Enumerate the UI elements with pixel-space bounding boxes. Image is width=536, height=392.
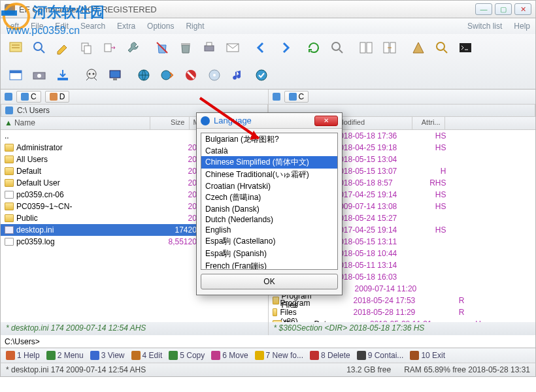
language-item[interactable]: Danish (Dansk) [201, 204, 337, 214]
fn-button[interactable]: 7 New fo... [255, 351, 303, 360]
col-name[interactable]: Name [14, 118, 35, 127]
fn-button[interactable]: 6 Move [211, 351, 248, 360]
tool-music-icon[interactable] [227, 64, 249, 86]
dialog-close-button[interactable]: ✕ [314, 116, 338, 126]
drive-bar: C D C [0, 90, 536, 104]
language-item[interactable]: Bulgarian (龙喀图耜? [201, 133, 337, 146]
language-item[interactable]: Chinese Traditional(いゅ霜砰) [201, 169, 337, 181]
ok-button[interactable]: OK [201, 274, 338, 289]
svg-rect-6 [205, 46, 214, 51]
tool-block-icon[interactable] [180, 64, 202, 86]
fn-button[interactable]: 5 Copy [169, 351, 205, 360]
language-item[interactable]: Czech (蔷噶ina) [201, 191, 337, 204]
menu-switch-list[interactable]: Switch list [467, 22, 502, 31]
tool-back-icon[interactable] [250, 37, 273, 59]
menu-bar: Left File Edit Search Extra Options Righ… [0, 18, 536, 34]
drive-c-right[interactable]: C [284, 91, 309, 103]
title-bar: EF Commander NOT REGISTERED — ▢ ✕ [0, 0, 536, 18]
svg-rect-11 [367, 42, 372, 53]
tool-move-icon[interactable] [99, 37, 121, 59]
fn-button[interactable]: 1 Help [6, 351, 40, 360]
col-modified-r[interactable]: Modified [334, 117, 412, 129]
tool-terminal-icon[interactable] [454, 37, 477, 59]
fn-button[interactable]: 10 Exit [410, 351, 445, 360]
svg-point-30 [213, 74, 216, 76]
svg-point-23 [93, 73, 95, 75]
tool-split-icon[interactable] [355, 37, 377, 59]
menu-file[interactable]: File [31, 22, 43, 31]
tool-window-icon[interactable] [5, 64, 27, 86]
menu-search[interactable]: Search [80, 22, 105, 31]
close-button[interactable]: ✕ [514, 3, 531, 15]
tool-refresh-icon[interactable] [5, 37, 27, 59]
tool-forward-icon[interactable] [274, 37, 296, 59]
tool-copy-icon[interactable] [75, 37, 97, 59]
language-item[interactable]: Espa駒 (Spanish) [201, 248, 337, 260]
fn-button[interactable]: 8 Delete [310, 351, 350, 360]
tool-delete-icon[interactable] [151, 37, 173, 59]
svg-rect-0 [10, 42, 22, 52]
language-item[interactable]: Croatian (Hrvatski) [201, 181, 337, 191]
menu-help[interactable]: Help [514, 22, 530, 31]
col-attr-r[interactable]: Attri... [412, 117, 445, 129]
tool-download-icon[interactable] [52, 64, 74, 86]
drive-c-left[interactable]: C [16, 91, 41, 103]
menu-edit[interactable]: Edit [55, 22, 69, 31]
tool-compare-icon[interactable] [378, 37, 401, 59]
menu-options[interactable]: Options [147, 22, 174, 31]
bottom-ram: RAM 65.89% free 2018-05-28 13:31 [404, 365, 530, 374]
fn-button[interactable]: 9 Contai... [357, 351, 404, 360]
status-right: * $360Section <DIR> 2018-05-18 17:36 HS [269, 322, 536, 335]
tool-monitor-icon[interactable] [104, 64, 126, 86]
fn-button[interactable]: 4 Edit [131, 351, 163, 360]
tool-search-icon[interactable] [28, 37, 50, 59]
tool-globe-icon[interactable] [133, 64, 155, 86]
command-line[interactable]: C:\Users> [0, 335, 536, 348]
status-row: * desktop.ini 174 2009-07-14 12:54 AHS *… [0, 322, 536, 335]
minimize-button[interactable]: — [475, 3, 492, 15]
app-icon [5, 4, 15, 14]
svg-point-1 [34, 42, 42, 50]
tool-properties-icon[interactable] [431, 37, 453, 59]
tool-disc-icon[interactable] [203, 64, 226, 86]
fn-button[interactable]: 2 Menu [46, 351, 84, 360]
tool-globe-check-icon[interactable] [250, 64, 273, 86]
tool-print-icon[interactable] [198, 37, 220, 59]
windows-flag-icon [273, 93, 280, 101]
fn-button[interactable]: 3 View [90, 351, 125, 360]
windows-flag-icon [5, 93, 12, 101]
dialog-title: Language [214, 116, 252, 125]
tool-globe-arrow-icon[interactable] [156, 64, 178, 86]
language-item[interactable]: Espa駒 (Castellano) [201, 235, 337, 248]
svg-point-19 [37, 74, 41, 78]
table-row[interactable]: Program Files (x86)2018-05-28 11:29R [269, 306, 536, 318]
svg-rect-5 [181, 43, 190, 45]
tool-pyramid-icon[interactable] [407, 37, 429, 59]
tool-find-icon[interactable] [326, 37, 348, 59]
language-item[interactable]: French (Fran鏰is) [201, 260, 337, 270]
language-item[interactable]: Català [201, 146, 337, 156]
language-item[interactable]: Chinese Simplified (简体中文) [201, 156, 337, 169]
svg-rect-15 [460, 43, 471, 52]
tool-wrench-icon[interactable] [122, 37, 144, 59]
svg-rect-20 [58, 78, 68, 80]
menu-extra[interactable]: Extra [117, 22, 135, 31]
language-item[interactable]: English [201, 225, 337, 235]
tool-camera-icon[interactable] [28, 64, 50, 86]
tool-mail-icon[interactable] [222, 37, 244, 59]
bottom-free: 13.2 GB free [346, 365, 391, 374]
language-listbox[interactable]: Bulgarian (龙喀图耜?CatalàChinese Simplified… [201, 133, 338, 270]
svg-rect-4 [105, 44, 111, 52]
drive-d-left[interactable]: D [45, 91, 70, 103]
tool-edit-icon[interactable] [52, 37, 74, 59]
tool-skull-icon[interactable] [80, 64, 103, 86]
svg-point-14 [437, 42, 444, 50]
menu-left[interactable]: Left [6, 22, 19, 31]
bottom-status: * desktop.ini 174 2009-07-14 12:54 AHS 1… [0, 363, 536, 377]
maximize-button[interactable]: ▢ [495, 3, 512, 15]
col-size[interactable]: Size [150, 117, 190, 129]
tool-reload-icon[interactable] [303, 37, 325, 59]
tool-trash-icon[interactable] [175, 37, 197, 59]
language-item[interactable]: Dutch (Nederlands) [201, 214, 337, 225]
menu-right[interactable]: Right [186, 22, 204, 31]
